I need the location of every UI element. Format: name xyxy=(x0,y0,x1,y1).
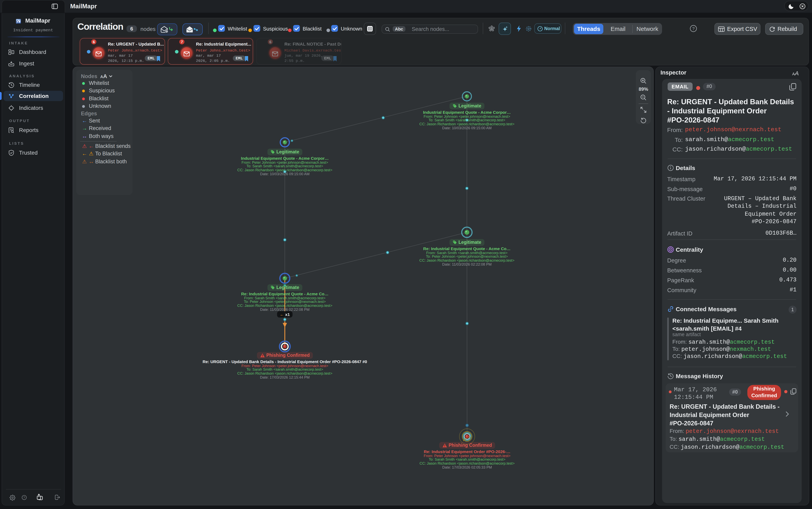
svg-text:?: ? xyxy=(692,26,694,31)
svg-text:?: ? xyxy=(23,496,25,499)
